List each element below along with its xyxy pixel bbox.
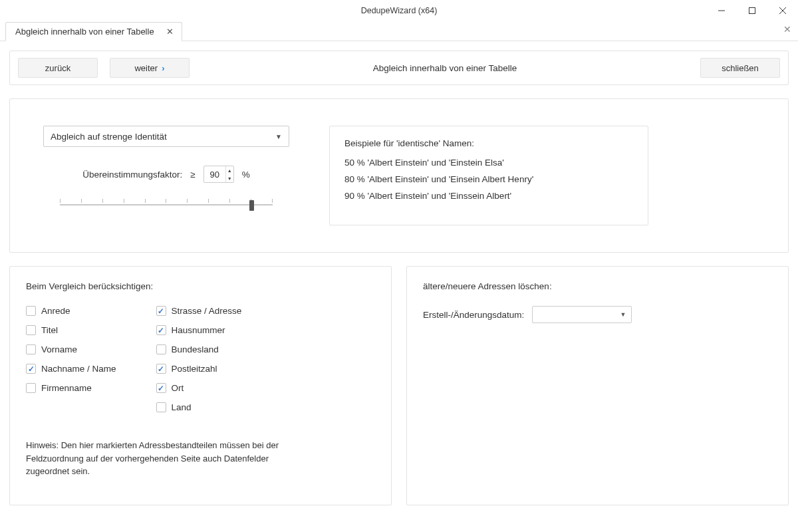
checkbox[interactable]	[156, 306, 166, 316]
svg-rect-1	[749, 8, 755, 14]
checkbox-label: Anrede	[41, 306, 70, 316]
date-row: Erstell-/Änderungsdatum: ▼	[423, 306, 772, 323]
factor-slider[interactable]	[60, 196, 273, 213]
tab-label: Abgleich innerhalb von einer Tabelle	[15, 27, 154, 37]
spinner-down-icon[interactable]: ▼	[226, 174, 233, 182]
compare-fields-group: Beim Vergleich berücksichtigen: AnredeTi…	[9, 266, 392, 505]
tabbar-close-icon[interactable]: ✕	[783, 24, 791, 35]
checkbox-row[interactable]: Firmenname	[26, 383, 116, 393]
back-button-label: zurück	[45, 63, 70, 73]
slider-ticks	[60, 199, 273, 204]
example-row: 50 % 'Albert Einstein' und 'Einstein Els…	[344, 158, 633, 168]
factor-label: Übereinstimmungsfaktor:	[82, 170, 182, 180]
checkbox-row[interactable]: Strasse / Adresse	[156, 306, 242, 316]
bottom-row: Beim Vergleich berücksichtigen: AnredeTi…	[9, 266, 789, 505]
checkbox[interactable]	[26, 383, 36, 393]
factor-spinner[interactable]: 90 ▲ ▼	[203, 166, 234, 183]
titlebar: DedupeWizard (x64)	[0, 0, 798, 21]
checkbox-label: Vorname	[41, 344, 77, 354]
tab-active[interactable]: Abgleich innerhalb von einer Tabelle ✕	[5, 22, 182, 41]
close-window-button[interactable]	[767, 0, 798, 21]
check-column-2: Strasse / AdresseHausnummerBundeslandPos…	[156, 306, 242, 412]
checkbox-label: Ort	[172, 383, 184, 393]
spinner-arrows: ▲ ▼	[225, 166, 233, 182]
checkbox[interactable]	[156, 402, 166, 412]
compare-hint: Hinweis: Den hier markierten Adressbesta…	[26, 439, 292, 478]
checkbox[interactable]	[156, 344, 166, 354]
checkbox[interactable]	[156, 383, 166, 393]
checkbox-row[interactable]: Hausnummer	[156, 325, 242, 335]
checkbox[interactable]	[26, 364, 36, 374]
factor-row: Übereinstimmungsfaktor: ≥ 90 ▲ ▼ %	[82, 166, 250, 183]
checkbox[interactable]	[156, 325, 166, 335]
checkbox-label: Land	[172, 402, 192, 412]
tab-close-icon[interactable]: ✕	[166, 27, 174, 37]
checkbox-label: Strasse / Adresse	[172, 306, 242, 316]
checkbox-label: Postleitzahl	[172, 364, 217, 374]
match-left-panel: Abgleich auf strenge Identität ▼ Überein…	[43, 126, 289, 213]
back-button[interactable]: zurück	[18, 58, 98, 78]
date-dropdown[interactable]: ▼	[532, 306, 632, 323]
checkbox-row[interactable]: Titel	[26, 325, 116, 335]
window-controls	[706, 0, 798, 21]
checkbox-label: Hausnummer	[172, 325, 225, 335]
checkbox[interactable]	[26, 344, 36, 354]
tabbar: Abgleich innerhalb von einer Tabelle ✕ ✕	[0, 21, 798, 41]
delete-title: ältere/neuere Adressen löschen:	[423, 281, 772, 291]
wizard-toolbar: zurück weiter › Abgleich innerhalb von e…	[9, 51, 789, 85]
check-column-1: AnredeTitelVornameNachname / NameFirmenn…	[26, 306, 116, 412]
window-title: DedupeWizard (x64)	[361, 6, 438, 15]
checkbox[interactable]	[26, 325, 36, 335]
spinner-up-icon[interactable]: ▲	[226, 166, 233, 174]
checks-grid: AnredeTitelVornameNachname / NameFirmenn…	[26, 306, 375, 412]
examples-title: Beispiele für 'identische' Namen:	[344, 138, 633, 148]
checkbox-label: Bundesland	[172, 344, 219, 354]
toolbar-title: Abgleich innerhalb von einer Tabelle	[201, 63, 688, 73]
checkbox[interactable]	[156, 364, 166, 374]
match-settings-group: Abgleich auf strenge Identität ▼ Überein…	[9, 98, 789, 253]
checkbox-row[interactable]: Ort	[156, 383, 242, 393]
delete-addresses-group: ältere/neuere Adressen löschen: Erstell-…	[406, 266, 789, 505]
slider-thumb[interactable]	[249, 200, 254, 211]
example-row: 80 % 'Albert Einstein' und 'Einsein Albe…	[344, 174, 633, 184]
forward-button-label: weiter	[134, 63, 158, 73]
match-mode-dropdown[interactable]: Abgleich auf strenge Identität ▼	[43, 126, 289, 147]
close-icon	[779, 7, 786, 14]
factor-value: 90	[204, 170, 225, 180]
chevron-right-icon: ›	[162, 63, 164, 73]
gte-symbol: ≥	[190, 170, 195, 180]
close-button[interactable]: schließen	[700, 58, 780, 78]
checkbox[interactable]	[26, 306, 36, 316]
close-button-label: schließen	[722, 63, 759, 73]
minimize-icon	[718, 7, 725, 14]
maximize-button[interactable]	[737, 0, 767, 21]
minimize-button[interactable]	[706, 0, 737, 21]
percent-label: %	[242, 170, 250, 180]
checkbox-row[interactable]: Postleitzahl	[156, 364, 242, 374]
slider-track	[60, 204, 273, 205]
maximize-icon	[749, 7, 755, 14]
examples-panel: Beispiele für 'identische' Namen: 50 % '…	[329, 126, 648, 225]
forward-button[interactable]: weiter ›	[110, 58, 190, 78]
checkbox-row[interactable]: Nachname / Name	[26, 364, 116, 374]
checkbox-row[interactable]: Anrede	[26, 306, 116, 316]
checkbox-label: Titel	[41, 325, 58, 335]
date-label: Erstell-/Änderungsdatum:	[423, 310, 524, 320]
checkbox-label: Nachname / Name	[41, 364, 116, 374]
compare-title: Beim Vergleich berücksichtigen:	[26, 281, 375, 291]
example-row: 90 % 'Albert Einstein' und 'Einssein Alb…	[344, 191, 633, 201]
checkbox-row[interactable]: Bundesland	[156, 344, 242, 354]
chevron-down-icon: ▼	[275, 133, 282, 140]
checkbox-label: Firmenname	[41, 383, 92, 393]
match-mode-value: Abgleich auf strenge Identität	[51, 132, 167, 142]
chevron-down-icon: ▼	[620, 311, 626, 318]
checkbox-row[interactable]: Land	[156, 402, 242, 412]
checkbox-row[interactable]: Vorname	[26, 344, 116, 354]
